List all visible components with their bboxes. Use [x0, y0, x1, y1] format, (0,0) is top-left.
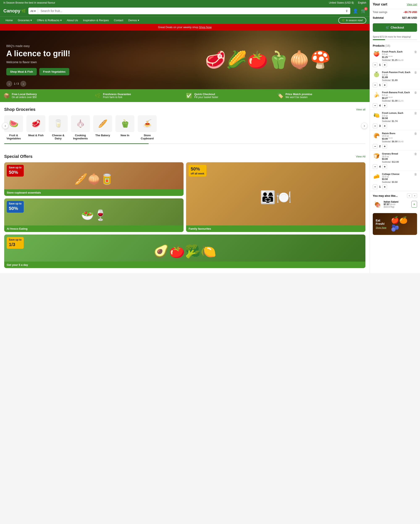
raisin-buns-qty-decrease[interactable]: − — [373, 144, 377, 149]
peach-delete-button[interactable]: 🗑 — [414, 50, 417, 53]
benefit-checkout-desc: Fill your basket faster — [194, 96, 218, 99]
logo[interactable]: Canopy 🌿 — [3, 8, 26, 14]
nav-contact[interactable]: Contact — [112, 17, 125, 24]
cart-badge: 9 — [364, 7, 368, 10]
nav-groceries[interactable]: Groceries ▾ — [16, 17, 34, 24]
lemon-delete-button[interactable]: 🗑 — [414, 112, 417, 115]
banana-price: $0.27 $0.44 — [382, 96, 412, 99]
lemon-qty-decrease[interactable]: − — [373, 124, 377, 128]
eat-fresh-content: Eat Fresh! Shop Now — [376, 219, 389, 229]
promo-shop-link[interactable]: Shop Now — [199, 26, 212, 29]
banana-delete-button[interactable]: 🗑 — [414, 91, 417, 94]
granary-bread-delete-button[interactable]: 🗑 — [414, 152, 417, 156]
peach-subtotal: Subtotal: $1.25 $1.40 — [382, 59, 412, 61]
nav-inspiration[interactable]: Inspiration & Recipes — [81, 17, 111, 24]
cottage-cheese-delete-button[interactable]: 🗑 — [414, 173, 417, 176]
lemon-icon: 🍋 — [373, 112, 380, 119]
eat-fresh-title: Eat Fresh! — [376, 219, 389, 226]
raisin-buns-delete-button[interactable]: 🗑 — [414, 132, 417, 135]
category-new-in[interactable]: 🫑 New In — [115, 115, 134, 140]
hero-buttons: Shop Meat & Fish Fresh Vegetables — [6, 68, 70, 75]
granary-bread-qty-decrease[interactable]: − — [373, 164, 377, 169]
cart-item-granary-bread: 🍞 Granary Bread 16.0 oz $3.00 Subtotal: … — [370, 150, 420, 171]
cottage-cheese-icon: 🧀 — [373, 173, 380, 180]
banana-subtotal: Subtotal: $1.08 $1.44 — [382, 99, 412, 102]
peach-name: Fresh Peach, Each — [382, 50, 412, 53]
cottage-cheese-qty-increase[interactable]: + — [382, 184, 387, 189]
nav-about[interactable]: About Us — [65, 17, 80, 24]
fruit-veg-label: Fruit &Vegetables — [7, 134, 21, 140]
categories-next-button[interactable]: › — [361, 122, 368, 129]
nav-demos[interactable]: Demos ▾ — [126, 17, 141, 24]
search-input[interactable] — [38, 8, 343, 14]
offer-5-a-day[interactable]: 🥑🍅🥦🍋 Save up to1/3 Get your 5 a day — [4, 235, 365, 268]
category-store-cupboard[interactable]: 🍝 StoreCupboard — [138, 115, 157, 140]
passion-fruit-qty-decrease[interactable]: − — [373, 83, 377, 87]
categories-wrapper: ‹ 🍉 Fruit &Vegetables 🥩 Meat & Fish 🥛 Ch… — [4, 115, 365, 140]
eat-fresh-shop-link[interactable]: Shop Now — [376, 226, 386, 229]
granary-bread-qty-increase[interactable]: + — [382, 164, 387, 169]
shop-meat-fish-button[interactable]: Shop Meat & Fish — [6, 68, 37, 75]
category-scroll-progress — [4, 143, 149, 144]
store-cupboard-label: StoreCupboard — [141, 134, 154, 140]
groceries-view-all[interactable]: View all — [356, 108, 365, 111]
cottage-cheese-qty-decrease[interactable]: − — [373, 184, 377, 189]
offer-store-badge: Save up to50% — [7, 165, 24, 176]
salami-name: Italian Salami — [384, 201, 410, 203]
benefit-price-match: 🏷️ Price Match promise We won't be beate… — [277, 93, 367, 99]
category-cooking[interactable]: 🧄 CookingIngredients — [71, 115, 90, 140]
also-like-next-button[interactable]: › — [412, 193, 417, 198]
offer-family-label: Family favourites — [186, 226, 365, 232]
offer-alfresco-badge: Save up to50% — [7, 201, 24, 213]
account-icon[interactable]: 👤 — [353, 9, 358, 13]
offer-alfresco[interactable]: 🥗🍷 Save up to50% Al fresco Eating — [4, 198, 184, 232]
lemon-name: Fresh Lemon, Each — [382, 112, 412, 114]
also-like-prev-button[interactable]: ‹ — [407, 193, 411, 198]
fresh-vegetables-button[interactable]: Fresh Vegetables — [39, 68, 69, 75]
offer-store-cupboard[interactable]: 🥖🧅🥫 Save up to50% Store cupboard essenti… — [4, 162, 184, 196]
season-button[interactable]: 🌿 In season now! — [338, 17, 366, 24]
category-bakery[interactable]: 🥖 The Bakery — [93, 115, 112, 140]
categories-prev-button[interactable]: ‹ — [2, 122, 9, 129]
cottage-cheese-subtotal: Subtotal: $3.50 — [382, 181, 412, 183]
country-selector[interactable]: United States (USD $) — [329, 1, 354, 4]
offers-view-all[interactable]: View All — [356, 155, 365, 158]
granary-bread-qty-value: 4 — [378, 165, 382, 168]
search-category-select[interactable]: All ▾ — [28, 8, 38, 14]
peach-qty-value: 1 — [378, 63, 382, 66]
raisin-buns-weight: 14.0 oz — [382, 135, 412, 137]
cart-item-raisin-buns: 🥐 Raisin Buns 14.0 oz $3.00 $3.20 Subtot… — [370, 130, 420, 151]
cart-icon[interactable]: 🛒 9 — [361, 9, 366, 13]
banana-qty-decrease[interactable]: − — [373, 103, 377, 108]
passion-fruit-qty-increase[interactable]: + — [382, 83, 387, 87]
nav-offers[interactable]: Offers & Rollbacks ▾ — [35, 17, 64, 24]
benefit-checkout: ✅ Quick Checkout Fill your basket faster — [186, 93, 275, 99]
checkout-button[interactable]: 🛒 Checkout — [373, 23, 417, 32]
raisin-buns-qty-increase[interactable]: + — [382, 144, 387, 149]
cart-view-link[interactable]: View cart — [407, 3, 417, 6]
language-selector[interactable]: English — [358, 1, 366, 4]
logo-text: Canopy — [3, 8, 20, 14]
raisin-buns-info: Raisin Buns 14.0 oz $3.00 $3.20 Subtotal… — [382, 132, 412, 143]
nav-home[interactable]: Home — [3, 17, 15, 24]
mic-icon[interactable]: 🎙 — [343, 8, 350, 14]
lemon-subtotal: Subtotal: $1.74 — [382, 120, 412, 122]
category-cheese-dairy[interactable]: 🥛 Cheese &Dairy — [49, 115, 68, 140]
offer-family[interactable]: 👨‍👩‍👧🍽️ 50% off all week Family favourit… — [186, 162, 365, 232]
passion-fruit-price: $1.89 — [382, 76, 412, 79]
hero-next-button[interactable]: › — [20, 81, 26, 87]
banana-qty-increase[interactable]: + — [382, 103, 387, 108]
freshness-icon: 🌿 — [95, 93, 101, 99]
banana-icon: 🍌 — [373, 91, 380, 98]
category-meat-fish[interactable]: 🥩 Meat & Fish — [26, 115, 45, 140]
hero-slide-indicator: 1 / 3 — [14, 82, 19, 85]
cottage-cheese-qty-controls: − 1 + — [373, 184, 417, 189]
peach-qty-increase[interactable]: + — [382, 62, 387, 67]
salami-info: Italian Salami $7.57 $8.00 ($16.67/kg) — [384, 201, 410, 208]
salami-add-button[interactable]: + — [411, 201, 417, 208]
lemon-qty-increase[interactable]: + — [382, 124, 387, 128]
salami-price: $7.57 $8.00 ($16.67/kg) — [384, 203, 410, 208]
passion-fruit-delete-button[interactable]: 🗑 — [414, 71, 417, 74]
peach-qty-decrease[interactable]: − — [373, 62, 377, 67]
hero-prev-button[interactable]: ‹ — [6, 81, 12, 87]
